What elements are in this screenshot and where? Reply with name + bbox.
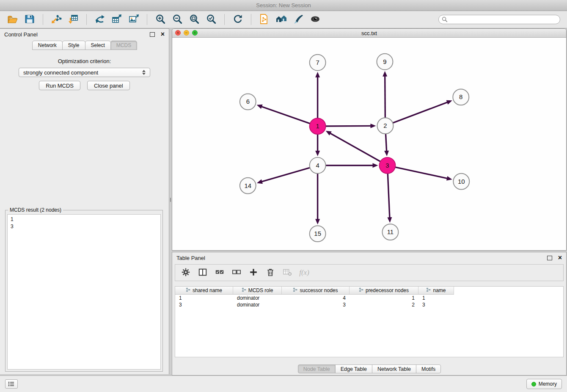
graph-node-10[interactable]: 10 [453, 174, 469, 190]
tab-select[interactable]: Select [85, 41, 111, 50]
network-from-selection-button[interactable] [257, 13, 272, 26]
zoom-out-button[interactable] [170, 13, 185, 26]
close-panel-button[interactable]: Close panel [87, 81, 130, 90]
table-cell[interactable]: 3 [175, 301, 233, 308]
graph-node-8[interactable]: 8 [453, 89, 469, 105]
table-cell[interactable]: 1 [350, 295, 418, 301]
tab-edge-table[interactable]: Edge Table [335, 364, 372, 373]
delete-table-button[interactable] [281, 267, 294, 279]
graph-edge-arrowhead [446, 100, 452, 105]
graph-edge-1-2[interactable] [326, 126, 372, 126]
deselect-all-button[interactable] [230, 267, 243, 279]
optimization-dropdown-value: strongly connected component [23, 69, 98, 76]
refresh-view-button[interactable] [230, 13, 245, 26]
maximize-window-icon[interactable] [192, 30, 198, 36]
graph-node-3[interactable]: 3 [379, 157, 395, 174]
graph-node-9[interactable]: 9 [377, 54, 393, 70]
graph-edge-3-10[interactable] [395, 167, 448, 179]
close-panel-icon[interactable]: × [558, 254, 562, 261]
zoom-out-icon [172, 14, 183, 26]
export-image-button[interactable] [126, 13, 141, 26]
zoom-fit-button[interactable] [187, 13, 202, 26]
graph-edge-3-11[interactable] [388, 174, 390, 218]
tab-style[interactable]: Style [62, 41, 85, 50]
tab-network-table[interactable]: Network Table [372, 364, 416, 373]
column-header-name[interactable]: name [418, 287, 454, 295]
graph-edge-arrowhead [315, 151, 320, 156]
control-panel-tabs: NetworkStyleSelectMCDS [0, 41, 169, 50]
graph-node-14[interactable]: 14 [240, 178, 256, 194]
tab-motifs[interactable]: Motifs [416, 364, 441, 373]
graph-edge-2-9[interactable] [385, 76, 385, 118]
graph-node-1[interactable]: 1 [310, 118, 326, 134]
table-cell[interactable]: 1 [175, 295, 233, 301]
column-label: MCDS role [248, 287, 273, 293]
graph-edge-4-14[interactable] [261, 168, 310, 182]
optimization-dropdown[interactable]: strongly connected component [19, 68, 150, 77]
graph-node-11[interactable]: 11 [382, 224, 398, 240]
zoom-in-button[interactable] [153, 13, 168, 26]
float-panel-icon[interactable] [547, 256, 552, 260]
mcds-tab-content: Optimization criterion: strongly connect… [0, 52, 169, 374]
table-panel: Table Panel × f(x) shared nameMCDS roles… [172, 252, 567, 375]
graph-edge-2-8[interactable] [393, 102, 448, 123]
import-network-icon [51, 14, 62, 26]
column-header-successor-nodes[interactable]: successor nodes [282, 287, 350, 295]
toolbar-separator [251, 14, 251, 25]
memory-button[interactable]: Memory [526, 379, 562, 389]
tab-mcds[interactable]: MCDS [110, 41, 137, 50]
table-cell[interactable]: 4 [282, 295, 350, 301]
open-file-button[interactable] [5, 13, 20, 26]
task-history-button[interactable] [5, 379, 18, 389]
close-window-icon[interactable] [175, 30, 181, 36]
graph-edge-2-3[interactable] [385, 134, 386, 152]
table-cell[interactable]: 3 [418, 301, 454, 308]
tab-network[interactable]: Network [32, 41, 63, 50]
table-cell[interactable]: dominator [233, 301, 282, 308]
minimize-window-icon[interactable] [184, 30, 189, 36]
paint-style-button[interactable] [291, 13, 306, 26]
mcds-result-list[interactable]: 1 3 [7, 214, 161, 370]
graph-node-2[interactable]: 2 [377, 118, 393, 134]
table-settings-button[interactable] [179, 267, 192, 279]
network-window-titlebar[interactable]: scc.txt [172, 29, 566, 38]
column-header-MCDS-role[interactable]: MCDS role [233, 287, 282, 295]
graph-edge-3-1[interactable] [330, 133, 380, 161]
show-column-button[interactable] [196, 267, 209, 279]
function-builder-button[interactable]: f(x) [298, 267, 311, 279]
run-mcds-button[interactable]: Run MCDS [39, 81, 80, 90]
graph-node-6[interactable]: 6 [240, 94, 256, 110]
select-all-button[interactable] [213, 267, 226, 279]
graph-node-4[interactable]: 4 [310, 157, 326, 174]
table-cell[interactable]: 2 [350, 301, 418, 308]
graph-node-7[interactable]: 7 [310, 55, 326, 71]
search-box [438, 15, 560, 24]
network-graph[interactable]: 7968124314101511 [172, 38, 566, 250]
network-view-window: scc.txt 7968124314101511 [172, 28, 567, 251]
delete-column-button[interactable] [264, 267, 277, 279]
close-panel-icon[interactable]: × [161, 31, 165, 38]
window-titlebar[interactable]: Session: New Session [0, 0, 567, 11]
import-table-button[interactable] [66, 13, 81, 26]
save-session-button[interactable] [22, 13, 37, 26]
table-row[interactable]: 1dominator411 [175, 295, 563, 301]
search-input[interactable] [438, 15, 560, 24]
export-network-button[interactable] [92, 13, 107, 26]
graph-node-15[interactable]: 15 [310, 226, 326, 242]
graph-edge-1-6[interactable] [261, 106, 310, 124]
network-canvas[interactable]: 7968124314101511 [172, 38, 566, 250]
zoom-selected-button[interactable] [204, 13, 219, 26]
tab-node-table[interactable]: Node Table [298, 364, 336, 373]
table-cell[interactable]: 3 [282, 301, 350, 308]
table-cell[interactable]: 1 [418, 295, 454, 301]
import-network-button[interactable] [49, 13, 64, 26]
float-panel-icon[interactable] [150, 32, 155, 37]
column-header-shared-name[interactable]: shared name [175, 287, 233, 295]
table-cell[interactable]: dominator [233, 295, 282, 301]
create-column-button[interactable] [247, 267, 260, 279]
toggle-view-button[interactable] [308, 13, 323, 26]
column-header-predecessor-nodes[interactable]: predecessor nodes [350, 287, 418, 295]
first-neighbors-button[interactable] [274, 13, 289, 26]
export-table-button[interactable] [109, 13, 124, 26]
table-row[interactable]: 3dominator323 [175, 301, 563, 308]
